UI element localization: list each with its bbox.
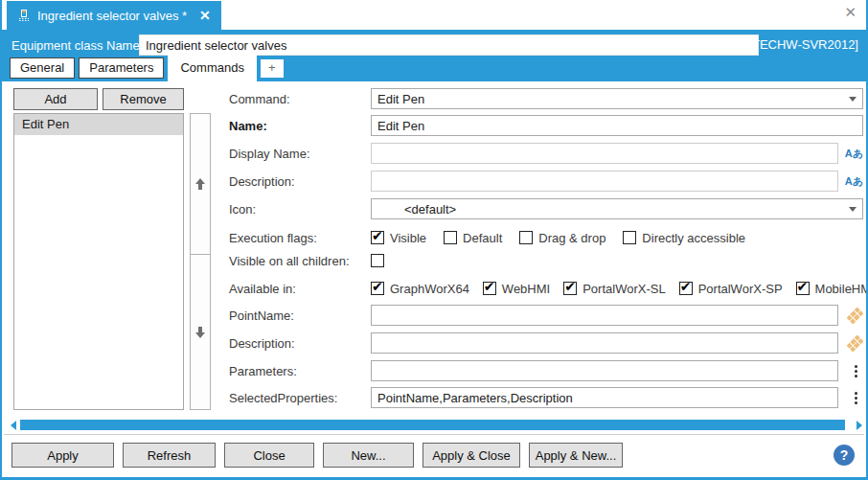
list-item-edit-pen[interactable]: Edit Pen: [14, 114, 183, 135]
localization-icon[interactable]: Aあ: [845, 147, 863, 161]
arrow-up-icon: [194, 177, 206, 191]
parameters-label: Parameters:: [229, 364, 371, 378]
localization-icon[interactable]: Aあ: [845, 174, 863, 189]
display-name-label: Display Name:: [229, 147, 371, 161]
apply-close-button[interactable]: Apply & Close: [423, 443, 520, 468]
tab-add-button[interactable]: +: [261, 59, 284, 78]
close-button[interactable]: Close: [224, 443, 314, 468]
checkbox-visible-label: Visible: [390, 231, 426, 245]
execution-flags-label: Execution flags:: [229, 231, 371, 245]
scrollbar-thumb[interactable]: [20, 420, 845, 430]
parameters-row: Parameters:: [229, 360, 863, 381]
execution-flags-row: Execution flags: Visible Default Drag & …: [229, 227, 863, 248]
horizontal-scrollbar[interactable]: [10, 419, 863, 432]
command-dropdown-value: Edit Pen: [377, 92, 849, 106]
arrow-down-icon: [194, 326, 206, 339]
checkbox-directly-accessible[interactable]: [623, 231, 636, 244]
description2-label: Description:: [229, 336, 371, 351]
icon-row: Icon: <default>: [229, 198, 863, 219]
document-tab-close-icon[interactable]: ✕: [199, 8, 211, 23]
window-close-icon[interactable]: ✕: [844, 5, 857, 19]
chevron-down-icon: [849, 97, 857, 102]
server-badge: [TECHW-SVR2012]: [748, 37, 858, 52]
apply-button[interactable]: Apply: [11, 443, 114, 468]
command-label: Command:: [229, 92, 371, 106]
checkbox-webhmi[interactable]: [483, 282, 496, 295]
description-row: Description: Aあ: [229, 171, 863, 192]
tab-strip: General Parameters Commands +: [10, 55, 287, 81]
move-down-button[interactable]: [190, 254, 211, 410]
available-in-row: Available in: GraphWorX64 WebHMI PortalW…: [229, 278, 863, 299]
help-button[interactable]: ?: [834, 445, 855, 466]
tab-general[interactable]: General: [10, 57, 75, 79]
available-in-label: Available in:: [229, 282, 371, 296]
checkbox-portalworx-sp[interactable]: [679, 282, 693, 295]
description2-input[interactable]: [371, 332, 838, 354]
move-up-button[interactable]: [190, 113, 211, 255]
checkbox-mobilehmi[interactable]: [796, 282, 810, 295]
icon-dropdown-value: <default>: [377, 202, 849, 217]
selectedproperties-input[interactable]: [371, 387, 838, 408]
name-label: Name:: [229, 119, 371, 133]
selectedproperties-label: SelectedProperties:: [229, 391, 371, 405]
command-row: Command: Edit Pen: [229, 88, 863, 109]
ellipsis-menu-icon[interactable]: [855, 392, 857, 404]
refresh-button[interactable]: Refresh: [123, 443, 216, 468]
checkbox-default[interactable]: [444, 231, 457, 244]
footer-bar: Apply Refresh Close New... Apply & Close…: [4, 434, 864, 477]
command-dropdown[interactable]: Edit Pen: [371, 88, 863, 109]
new-button[interactable]: New...: [323, 443, 414, 468]
remove-command-button[interactable]: Remove: [103, 88, 184, 110]
checkbox-drag-drop[interactable]: [519, 231, 533, 244]
parameters-input[interactable]: [371, 360, 838, 381]
document-tab-bar: Ingredient selector valves * ✕ ✕: [2, 0, 866, 30]
commands-tab-content: Add Remove Edit Pen Command: Edit Pen: [4, 81, 864, 434]
checkbox-drag-drop-label: Drag & drop: [538, 231, 605, 245]
tab-parameters[interactable]: Parameters: [79, 57, 164, 79]
equipment-name-row: Equipment class Name: [TECHW-SVR2012]: [2, 34, 866, 57]
visible-children-label: Visible on all children:: [229, 254, 371, 268]
name-row: Name:: [229, 115, 863, 136]
tag-icon[interactable]: [847, 335, 863, 352]
checkbox-visible[interactable]: [371, 231, 384, 244]
pointname-row: PointName:: [229, 305, 863, 326]
display-name-input[interactable]: [371, 143, 838, 164]
tab-commands[interactable]: Commands: [168, 55, 256, 81]
checkbox-portalworx-sp-label: PortalWorX-SP: [698, 282, 783, 296]
document-tab-title: Ingredient selector valves *: [37, 9, 187, 23]
selectedproperties-row: SelectedProperties:: [229, 387, 863, 408]
icon-dropdown[interactable]: <default>: [371, 198, 863, 219]
commands-list: Edit Pen: [13, 113, 184, 410]
document-tab[interactable]: Ingredient selector valves * ✕: [7, 1, 221, 30]
description-input[interactable]: [371, 171, 838, 192]
ellipsis-menu-icon[interactable]: [855, 365, 857, 377]
scroll-left-icon[interactable]: [11, 421, 16, 430]
checkbox-portalworx-sl-label: PortalWorX-SL: [582, 282, 665, 296]
apply-new-button[interactable]: Apply & New...: [529, 443, 623, 468]
icon-label: Icon:: [229, 202, 371, 217]
chevron-down-icon: [849, 207, 857, 212]
description2-row: Description:: [229, 332, 863, 354]
checkbox-portalworx-sl[interactable]: [563, 282, 577, 295]
pointname-input[interactable]: [371, 305, 838, 326]
tag-icon[interactable]: [847, 308, 863, 324]
header-band: Equipment class Name: [TECHW-SVR2012] Ge…: [2, 30, 866, 81]
visible-children-row: Visible on all children:: [229, 250, 863, 271]
checkbox-graphworx64-label: GraphWorX64: [390, 282, 469, 296]
checkbox-directly-accessible-label: Directly accessible: [642, 231, 745, 245]
equipment-class-name-label: Equipment class Name:: [11, 38, 143, 53]
checkbox-mobilehmi-label: MobileHMI: [815, 282, 868, 296]
checkbox-graphworx64[interactable]: [371, 282, 384, 295]
add-command-button[interactable]: Add: [13, 88, 98, 110]
pointname-label: PointName:: [229, 309, 371, 323]
name-input[interactable]: [371, 115, 863, 136]
equipment-class-icon: [17, 9, 31, 22]
equipment-class-editor-window: Ingredient selector valves * ✕ ✕ Equipme…: [0, 0, 868, 480]
scroll-right-icon[interactable]: [857, 421, 862, 430]
checkbox-default-label: Default: [463, 231, 502, 245]
equipment-class-name-input[interactable]: [139, 34, 759, 56]
reorder-column: [190, 113, 211, 410]
checkbox-webhmi-label: WebHMI: [502, 282, 550, 296]
description-label: Description:: [229, 174, 371, 189]
checkbox-visible-on-all-children[interactable]: [371, 254, 384, 267]
